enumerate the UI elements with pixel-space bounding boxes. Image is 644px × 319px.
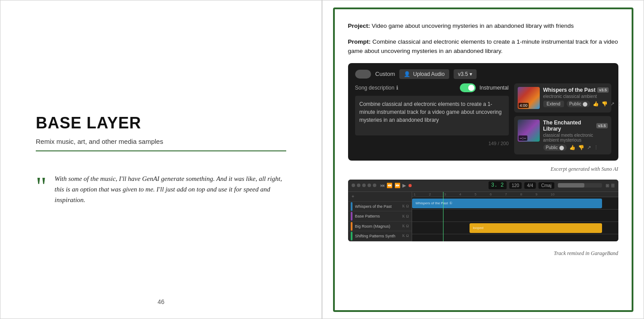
gb-track-row-2[interactable]: Base Patterns K Ω xyxy=(348,211,412,221)
chevron-down-icon: ▾ xyxy=(470,71,472,77)
prompt-line: Prompt: Combine classical and electronic… xyxy=(348,38,618,56)
thumbs-down-icon-2[interactable]: 👎 xyxy=(578,145,584,150)
more-icon-2[interactable]: ⋮ xyxy=(594,145,599,150)
page-title: BASE LAYER xyxy=(36,114,286,132)
share-icon[interactable]: ↗ xyxy=(610,101,614,107)
garageband-screenshot: ⏮ ⏪ ⏩ ▶ ⏺ 3. 2 120 4/4 Cmaj ⊞ ☰ xyxy=(348,180,618,241)
track-2-info: The Enchanted Library v3.5 classical mee… xyxy=(543,120,608,151)
gb-timeline: 1 2 3 4 5 6 7 8 9 10 xyxy=(412,192,618,241)
track-color-1 xyxy=(351,202,352,211)
mute-icon-2[interactable]: K xyxy=(402,214,405,218)
extend-button[interactable]: Extend xyxy=(543,101,564,107)
gb-track-row-1[interactable]: Whispers of the Past K Ω xyxy=(348,202,412,211)
suno-form: Song description ℹ Instrumental Combine … xyxy=(355,83,509,154)
excerpt-caption: Excerpt generated with Suno AI xyxy=(348,166,618,173)
solo-icon-3[interactable]: Ω xyxy=(406,224,409,228)
suno-textarea-text: Combine classical and electronic element… xyxy=(360,101,502,123)
more-icon[interactable]: ⋮ xyxy=(617,101,622,107)
gb-track-list: ＋ Whispers of the Past K Ω Base Patterns xyxy=(348,192,412,241)
track-2-thumbnail: --:-- xyxy=(518,120,540,142)
share-icon-2[interactable]: ↗ xyxy=(587,145,591,150)
mute-icon[interactable]: K xyxy=(402,204,405,208)
left-content: BASE LAYER Remix music, art, and other m… xyxy=(36,114,286,205)
gb-track-row-4[interactable]: Shifting Patterns Synth K Ω xyxy=(348,231,412,241)
gb-toolbar-controls xyxy=(352,184,376,187)
suno-screenshot: Custom 👤 Upload Audio v3.5 ▾ Song descri… xyxy=(348,63,618,161)
back-icon[interactable]: ⏪ xyxy=(386,183,393,188)
gb-track-row-3[interactable]: Big Room (Magnus) K Ω xyxy=(348,221,412,231)
track-color-4 xyxy=(351,232,352,240)
gb-dot-3 xyxy=(362,184,366,187)
track-2-name: The Enchanted Library v3.5 xyxy=(543,120,608,132)
rewind-icon[interactable]: ⏮ xyxy=(380,183,385,188)
gb-right-controls: ⊞ ☰ xyxy=(606,183,615,188)
grid-icon[interactable]: ⊞ xyxy=(606,183,609,188)
gb-ruler-marks: 1 2 3 4 5 6 7 8 9 10 xyxy=(414,192,555,196)
suno-mode-toggle[interactable] xyxy=(355,70,371,79)
add-track-icon[interactable]: ＋ xyxy=(351,193,355,199)
solo-icon-2[interactable]: Ω xyxy=(406,214,409,218)
song-desc-row: Song description ℹ Instrumental xyxy=(355,83,509,92)
gb-dot-2 xyxy=(357,184,360,187)
solo-icon[interactable]: Ω xyxy=(406,204,409,208)
track-2-actions: Public ⬤ 👍 👎 ↗ ⋮ xyxy=(543,144,608,151)
suno-custom-label: Custom xyxy=(375,71,395,77)
project-text: Video game about uncovering mysteries in… xyxy=(372,23,574,29)
gb-clip-1[interactable]: Whispers of the Past ① xyxy=(412,199,602,208)
track-1-genre: electronic classical ambient xyxy=(543,94,622,99)
mute-icon-3[interactable]: K xyxy=(402,224,405,228)
play-icon[interactable]: ▶ xyxy=(402,183,406,188)
gb-slider-fill xyxy=(558,183,584,188)
track-1-public[interactable]: Public ⬤ xyxy=(567,101,590,107)
track-color-3 xyxy=(351,222,352,231)
gb-track-row-add: ＋ xyxy=(348,192,412,202)
instrumental-row: Instrumental xyxy=(460,83,508,92)
toggle-icon: ⬤ xyxy=(583,101,587,106)
track-2-public[interactable]: Public ⬤ xyxy=(543,144,567,151)
project-line: Project: Video game about uncovering mys… xyxy=(348,22,618,30)
gb-track-controls-2: K Ω xyxy=(402,214,409,218)
gb-tracks-area: ＋ Whispers of the Past K Ω Base Patterns xyxy=(348,192,618,241)
track-color-2 xyxy=(351,212,352,221)
gb-counter: 3. 2 xyxy=(489,181,507,189)
prompt-label: Prompt: xyxy=(348,38,371,45)
thumbs-down-icon[interactable]: 👎 xyxy=(602,101,608,107)
suno-track-2: --:-- The Enchanted Library v3.5 classic… xyxy=(514,116,611,154)
forward-icon[interactable]: ⏩ xyxy=(394,183,401,188)
list-icon[interactable]: ☰ xyxy=(611,183,615,188)
right-page: Project: Video game about uncovering mys… xyxy=(322,0,644,319)
suno-content-area: Song description ℹ Instrumental Combine … xyxy=(355,83,611,154)
track-2-time: --:-- xyxy=(519,135,528,141)
suno-description-textarea[interactable]: Combine classical and electronic element… xyxy=(355,96,509,135)
left-page: BASE LAYER Remix music, art, and other m… xyxy=(0,0,322,319)
gb-toolbar: ⏮ ⏪ ⏩ ▶ ⏺ 3. 2 120 4/4 Cmaj ⊞ ☰ xyxy=(348,180,618,192)
instrumental-toggle[interactable] xyxy=(460,83,476,92)
track-1-thumbnail: 4:00 xyxy=(518,87,540,109)
solo-icon-4[interactable]: Ω xyxy=(406,234,409,238)
gb-track-controls-1: K Ω xyxy=(402,204,409,208)
thumbs-up-icon[interactable]: 👍 xyxy=(593,101,599,107)
track-1-version: v3.5 xyxy=(597,87,609,93)
mute-icon-4[interactable]: K xyxy=(402,234,405,238)
suno-top-bar: Custom 👤 Upload Audio v3.5 ▾ xyxy=(355,69,611,79)
gb-clip-3[interactable]: looped xyxy=(470,223,602,233)
upload-audio-button[interactable]: 👤 Upload Audio xyxy=(399,69,449,79)
quote-text: With some of the music, I'll have GenAI … xyxy=(55,173,287,205)
suno-track-1: 4:00 Whispers of the Past v3.5 electroni… xyxy=(514,83,611,113)
toggle-icon: ⬤ xyxy=(559,145,564,150)
upload-icon: 👤 xyxy=(404,71,410,77)
gb-slider[interactable] xyxy=(558,183,602,188)
version-label: v3.5 xyxy=(458,71,468,77)
gb-time-sig: 4/4 xyxy=(524,182,536,189)
suno-tracks: 4:00 Whispers of the Past v3.5 electroni… xyxy=(514,83,611,154)
track-1-actions: Extend Public ⬤ 👍 👎 ↗ ⋮ xyxy=(543,101,622,107)
record-icon[interactable]: ⏺ xyxy=(408,183,413,188)
thumbs-up-icon-2[interactable]: 👍 xyxy=(569,145,576,150)
page-number: 46 xyxy=(158,298,165,305)
version-button[interactable]: v3.5 ▾ xyxy=(454,69,477,79)
gb-key: Cmaj xyxy=(538,182,554,189)
char-count: 149 / 200 xyxy=(355,141,509,146)
garageband-caption: Track remixed in GarageBand xyxy=(348,250,618,257)
gb-dot-1 xyxy=(352,184,355,187)
gb-track-label-1: Whispers of the Past xyxy=(355,204,400,209)
